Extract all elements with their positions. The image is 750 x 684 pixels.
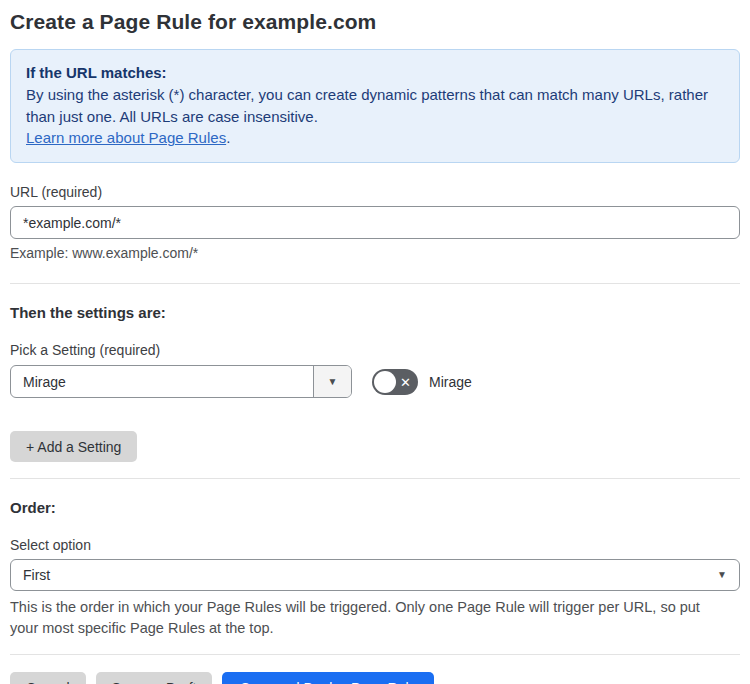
chevron-down-icon: ▼: [328, 377, 338, 387]
info-box-heading: If the URL matches:: [26, 62, 724, 84]
mirage-toggle[interactable]: ✕: [372, 369, 418, 395]
pick-setting-label: Pick a Setting (required): [10, 342, 740, 358]
url-input[interactable]: [10, 206, 740, 239]
link-suffix: .: [226, 129, 230, 146]
order-select[interactable]: First ▼: [10, 559, 740, 591]
order-helper-text: This is the order in which your Page Rul…: [10, 597, 730, 639]
footer-divider: [10, 654, 740, 655]
save-and-deploy-button[interactable]: Save and Deploy Page Rule: [222, 672, 434, 684]
url-field-label: URL (required): [10, 184, 740, 200]
footer-button-row: Cancel Save as Draft Save and Deploy Pag…: [10, 672, 740, 684]
info-box-body: By using the asterisk (*) character, you…: [26, 84, 724, 128]
order-section-heading: Order:: [10, 499, 740, 516]
create-page-rule-panel: Create a Page Rule for example.com If th…: [0, 0, 750, 684]
toggle-off-x-icon: ✕: [400, 375, 411, 388]
page-title: Create a Page Rule for example.com: [10, 10, 740, 34]
setting-select[interactable]: Mirage ▼: [10, 365, 352, 398]
cancel-button[interactable]: Cancel: [10, 672, 86, 684]
toggle-label: Mirage: [429, 374, 472, 390]
section-divider: [10, 283, 740, 284]
learn-more-link[interactable]: Learn more about Page Rules: [26, 129, 226, 146]
save-as-draft-button[interactable]: Save as Draft: [96, 672, 213, 684]
setting-row: Mirage ▼ ✕ Mirage: [10, 365, 740, 398]
settings-section-heading: Then the settings are:: [10, 304, 740, 321]
setting-select-arrow-button[interactable]: ▼: [313, 366, 351, 397]
info-box-link-line: Learn more about Page Rules.: [26, 127, 724, 149]
order-select-value: First: [23, 567, 50, 583]
url-example-helper: Example: www.example.com/*: [10, 245, 740, 261]
setting-select-value: Mirage: [11, 374, 313, 390]
url-match-info-box: If the URL matches: By using the asteris…: [10, 49, 740, 163]
toggle-knob: [374, 371, 396, 393]
section-divider: [10, 478, 740, 479]
chevron-down-icon: ▼: [717, 570, 727, 580]
order-select-label: Select option: [10, 537, 740, 553]
add-setting-button[interactable]: + Add a Setting: [10, 431, 137, 462]
